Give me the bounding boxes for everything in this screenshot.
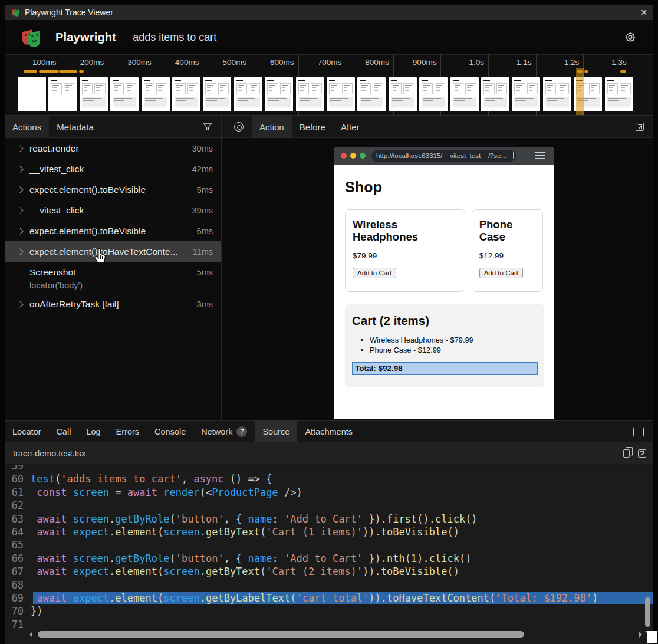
code-token: await bbox=[37, 566, 67, 577]
source-code-viewer[interactable]: 5960test('adds items to cart', async () … bbox=[5, 465, 653, 644]
tab-call[interactable]: Call bbox=[48, 421, 78, 443]
tab-before[interactable]: Before bbox=[292, 116, 333, 138]
action-duration: 30ms bbox=[192, 144, 213, 153]
scroll-left-arrow-icon[interactable] bbox=[29, 632, 32, 638]
tab-label: Console bbox=[154, 427, 186, 436]
filmstrip-thumbnail[interactable] bbox=[543, 77, 571, 111]
copy-source-icon[interactable] bbox=[623, 449, 630, 458]
filmstrip-thumbnail[interactable] bbox=[48, 77, 77, 111]
shop-heading: Shop bbox=[345, 179, 543, 196]
code-token bbox=[67, 553, 73, 564]
code-token bbox=[31, 566, 37, 577]
horizontal-scrollbar[interactable] bbox=[5, 630, 646, 638]
action-row[interactable]: __vitest_click42ms bbox=[5, 159, 221, 179]
filmstrip-thumbnail[interactable] bbox=[389, 77, 417, 111]
code-token: />) bbox=[278, 487, 302, 498]
filmstrip-thumbnail[interactable] bbox=[142, 77, 170, 111]
pick-locator-icon[interactable] bbox=[234, 122, 244, 132]
tab-source[interactable]: Source bbox=[255, 421, 297, 443]
tab-metadata[interactable]: Metadata bbox=[49, 116, 101, 138]
product-name: Wireless Headphones bbox=[353, 218, 458, 243]
cart-total-highlighted: Total: $92.98 bbox=[352, 362, 538, 375]
filmstrip-thumbnail[interactable] bbox=[481, 77, 509, 111]
tab-network[interactable]: Network7 bbox=[193, 421, 255, 443]
action-label: Screenshot bbox=[29, 267, 75, 278]
filter-icon[interactable] bbox=[202, 122, 213, 132]
window-title: Playwright Trace Viewer bbox=[25, 8, 113, 17]
actions-tabbar: ActionsMetadata bbox=[5, 116, 221, 138]
filmstrip-thumbnail[interactable] bbox=[419, 77, 448, 111]
code-token: . bbox=[200, 592, 206, 604]
timeline-selection-band[interactable] bbox=[576, 68, 584, 116]
action-label: onAfterRetryTask [fail] bbox=[29, 299, 119, 310]
action-row[interactable]: expect.element().toHaveTextConte...11ms bbox=[5, 241, 221, 262]
action-row[interactable]: onAfterRetryTask [fail]3ms bbox=[5, 294, 221, 314]
code-token: ( bbox=[157, 526, 163, 538]
code-token: screen bbox=[73, 513, 109, 525]
chevron-right-icon[interactable] bbox=[17, 145, 23, 152]
filmstrip-thumbnail[interactable] bbox=[265, 77, 293, 111]
code-token: render bbox=[163, 487, 199, 498]
filmstrip-thumbnail[interactable] bbox=[296, 77, 324, 111]
filmstrip-thumbnail[interactable] bbox=[18, 77, 46, 111]
action-row[interactable]: react.render30ms bbox=[5, 138, 221, 159]
url-bar[interactable]: http://localhost:63315/__vitest_test__/?… bbox=[371, 150, 516, 162]
code-token: 'button' bbox=[176, 513, 224, 525]
filmstrip-thumbnail[interactable] bbox=[110, 77, 139, 111]
code-token: . bbox=[109, 513, 115, 525]
action-row[interactable]: expect.element().toBeVisible5ms bbox=[5, 179, 221, 200]
filmstrip-thumbnail[interactable] bbox=[203, 77, 231, 111]
tab-action[interactable]: Action bbox=[252, 116, 292, 138]
code-token: getByLabelText bbox=[206, 592, 290, 604]
toggle-columns-icon[interactable] bbox=[633, 428, 644, 436]
chevron-right-icon[interactable] bbox=[17, 166, 23, 172]
action-row[interactable]: Screenshot5ms bbox=[5, 262, 221, 282]
code-token: 'Cart (1 items)' bbox=[266, 526, 363, 538]
filmstrip-thumbnail[interactable] bbox=[605, 77, 633, 111]
timeline[interactable]: 100ms200ms300ms400ms500ms600ms700ms800ms… bbox=[5, 54, 653, 116]
chevron-right-icon[interactable] bbox=[17, 207, 23, 213]
gear-icon[interactable] bbox=[624, 31, 637, 44]
menu-icon[interactable] bbox=[535, 150, 545, 161]
close-icon[interactable]: ✕ bbox=[640, 8, 647, 17]
browser-snapshot: http://localhost:63315/__vitest_test__/?… bbox=[334, 147, 554, 419]
code-line: 68 bbox=[5, 579, 653, 592]
code-token: async bbox=[193, 473, 223, 485]
code-token: screen bbox=[73, 487, 109, 498]
code-token bbox=[67, 526, 73, 538]
filmstrip-thumbnail[interactable] bbox=[357, 77, 386, 111]
vertical-scrollbar[interactable] bbox=[645, 465, 651, 636]
filmstrip-thumbnail[interactable] bbox=[450, 77, 479, 111]
vertical-scroll-thumb[interactable] bbox=[645, 597, 650, 627]
tab-attachments[interactable]: Attachments bbox=[297, 421, 360, 443]
tab-console[interactable]: Console bbox=[147, 421, 193, 443]
tab-actions[interactable]: Actions bbox=[5, 116, 49, 138]
filmstrip-thumbnail[interactable] bbox=[512, 77, 540, 111]
timeline-action-marker bbox=[59, 70, 77, 73]
tab-after[interactable]: After bbox=[333, 116, 367, 138]
filmstrip-thumbnail[interactable] bbox=[327, 77, 355, 111]
timeline-tick-label: 300ms bbox=[108, 58, 152, 68]
scroll-right-arrow-icon[interactable] bbox=[639, 632, 642, 638]
filmstrip-thumbnail[interactable] bbox=[80, 77, 108, 111]
chevron-right-icon[interactable] bbox=[17, 228, 23, 234]
tab-label: Network bbox=[201, 427, 232, 436]
chevron-right-icon[interactable] bbox=[17, 301, 23, 307]
chevron-right-icon[interactable] bbox=[17, 186, 23, 193]
tab-errors[interactable]: Errors bbox=[108, 421, 147, 443]
filmstrip-thumbnail[interactable] bbox=[234, 77, 262, 111]
filmstrip-thumbnail[interactable] bbox=[172, 77, 200, 111]
action-row[interactable]: __vitest_click39ms bbox=[5, 200, 221, 221]
add-to-cart-button[interactable]: Add to Cart bbox=[353, 268, 396, 278]
add-to-cart-button[interactable]: Add to Cart bbox=[479, 268, 523, 278]
action-row[interactable]: expect.element().toBeVisible6ms bbox=[5, 221, 221, 241]
code-token: toHaveTextContent bbox=[387, 592, 489, 604]
open-snapshot-external-icon[interactable] bbox=[636, 123, 644, 131]
copy-url-icon[interactable] bbox=[506, 153, 511, 159]
open-source-external-icon[interactable] bbox=[638, 449, 646, 458]
horizontal-scroll-thumb[interactable] bbox=[38, 631, 524, 638]
tab-log[interactable]: Log bbox=[78, 421, 108, 443]
code-token: , { bbox=[224, 513, 248, 525]
chevron-right-icon[interactable] bbox=[17, 248, 23, 255]
tab-locator[interactable]: Locator bbox=[5, 421, 48, 443]
